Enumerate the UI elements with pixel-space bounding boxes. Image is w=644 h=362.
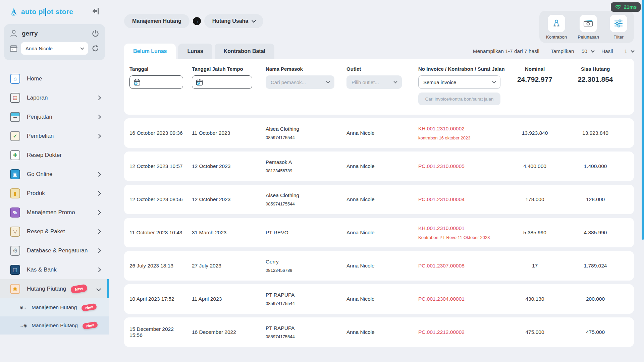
invoice-link[interactable]: PC.001.2212.00002 — [418, 329, 509, 335]
cell-tanggal: 12 October 2023 08:56 — [124, 196, 190, 202]
breadcrumb-hutang-usaha-dropdown[interactable]: Hutang Usaha — [204, 14, 264, 28]
app-logo: auto piot store — [9, 7, 73, 16]
sidebar-item[interactable]: Manajemen Promo — [0, 203, 109, 222]
logo-text: auto piot store — [21, 8, 73, 16]
sidebar-item[interactable]: Produk — [0, 184, 109, 203]
calendar-clock-icon — [196, 78, 203, 86]
sidebar-item[interactable]: Laporan — [0, 88, 109, 107]
cell-pemasok: Alsea Clothing 085974175544 — [264, 192, 344, 206]
sidebar-item[interactable]: Go Online — [0, 165, 109, 184]
logo-bar — [45, 8, 46, 16]
report-icon — [10, 93, 20, 103]
cell-jatuh-tempo: 11 October 2023 — [190, 130, 264, 136]
sidebar-item[interactable]: Penjualan — [0, 107, 109, 126]
cell-outlet: Anna Nicole — [344, 130, 416, 136]
collapse-sidebar-button[interactable] — [90, 7, 100, 17]
outlet-select[interactable]: Pilih outlet... — [346, 75, 402, 89]
chevron-icon — [96, 286, 101, 291]
sidebar-item[interactable]: Database & Pengaturan — [0, 241, 109, 260]
refresh-icon — [91, 44, 100, 53]
cell-invoice: PC.001.2310.00005 — [416, 163, 513, 169]
sidebar: auto piot store gerry — [0, 0, 109, 362]
tab-kontrabon-batal[interactable]: Kontrabon Batal — [215, 44, 274, 59]
store-select-value: Anna Nicole — [25, 46, 53, 51]
cash-register-icon — [10, 112, 20, 122]
sidebar-item[interactable]: Hutang Piutang New — [0, 279, 109, 298]
power-icon — [91, 29, 100, 38]
page-size-select[interactable]: 50 — [582, 48, 594, 54]
invoice-type-select[interactable]: Semua invoice — [418, 75, 500, 89]
pelunasan-button[interactable]: Pelunasan — [578, 15, 599, 40]
filter-invoice: No Invoice / Kontrabon / Surat Jalan Sem… — [416, 66, 513, 105]
cell-tanggal: 16 October 2023 09:36 — [124, 130, 190, 136]
cell-tanggal: 26 July 2023 18:13 — [124, 263, 190, 269]
cell-sisa-hutang: 13.923.840 — [558, 130, 634, 136]
filter-nominal: Nominal 24.792.977 — [513, 66, 558, 105]
invoice-link[interactable]: PC.001.2307.00008 — [418, 263, 509, 269]
table-row[interactable]: 10 April 2023 17:52 11 April 2023 PT RAP… — [124, 284, 634, 314]
cell-outlet: Anna Nicole — [344, 230, 416, 236]
house-icon — [10, 74, 20, 84]
prescription-icon — [10, 150, 20, 160]
invoice-search-input[interactable]: Cari invoice/kontra bon/surat jalan — [418, 93, 500, 105]
invoice-link[interactable]: PC.001.2310.00005 — [418, 163, 509, 169]
main-content: Manajemen Hutang → Hutang Usaha Kontrabo… — [109, 0, 644, 362]
pemasok-name: Alsea Clothing — [266, 126, 341, 132]
cell-sisa-hutang: 475.000 — [558, 329, 634, 335]
sidebar-item[interactable]: Home — [0, 69, 109, 88]
purchase-note-icon — [10, 131, 20, 141]
promo-tag-icon — [10, 207, 20, 218]
sidebar-item-label: Home — [27, 75, 42, 82]
sidebar-item-label: Kas & Bank — [27, 266, 57, 273]
sidebar-item-label: Database & Pengaturan — [27, 247, 88, 254]
filter-sisa-hutang: Sisa Hutang 22.301.854 — [558, 66, 634, 105]
invoice-link[interactable]: KH.001.2310.00001 — [418, 225, 509, 231]
invoice-link[interactable]: PC.001.2304.00001 — [418, 296, 509, 302]
filter-tanggal: Tanggal — [124, 66, 190, 105]
invoice-link[interactable]: KH.001.2310.00002 — [418, 126, 509, 132]
chevron-down-icon — [393, 79, 397, 83]
pemasok-name: Alsea Clothing — [266, 192, 341, 198]
sidebar-item-label: Laporan — [27, 95, 48, 101]
breadcrumb-arrow-icon: → — [193, 17, 201, 25]
table-row[interactable]: 16 October 2023 09:36 11 October 2023 Al… — [124, 118, 634, 148]
sidebar-item[interactable]: Resep & Paket — [0, 222, 109, 241]
table-row[interactable]: 12 October 2023 10:57 12 October 2023 Pe… — [124, 152, 634, 181]
logout-button[interactable] — [91, 29, 100, 38]
tab-lunas[interactable]: Lunas — [178, 44, 212, 59]
chevron-down-icon — [492, 79, 496, 83]
sidebar-item[interactable]: Resep Dokter — [0, 145, 109, 165]
cell-invoice: KH.001.2310.00001 Kontrabon PT Revo 11 O… — [416, 225, 513, 240]
table-row[interactable]: 15 December 2022 15:56 16 December 2022 … — [124, 317, 634, 347]
sidebar-item[interactable]: Kas & Bank — [0, 260, 109, 279]
refresh-button[interactable] — [91, 44, 100, 53]
table-row[interactable]: 26 July 2023 18:13 27 July 2023 Gerry 08… — [124, 251, 634, 281]
pemasok-phone: 085974175544 — [266, 201, 341, 206]
kontrabon-button[interactable]: Kontrabon — [546, 15, 567, 40]
sidebar-item[interactable]: Pembelian — [0, 126, 109, 145]
scrollbar-thumb[interactable] — [642, 0, 644, 240]
cash-icon — [583, 19, 594, 27]
pemasok-select[interactable]: Cari pemasok... — [266, 75, 334, 89]
filter-button[interactable]: Filter — [610, 15, 627, 40]
tanggal-date-input[interactable] — [129, 75, 183, 89]
cell-pemasok: Alsea Clothing 085974175544 — [264, 126, 344, 140]
sisa-hutang-total: 22.301.854 — [560, 75, 631, 83]
store-select[interactable]: Anna Nicole — [21, 42, 88, 55]
cell-sisa-hutang: 1.789.024 — [558, 263, 634, 269]
table-row[interactable]: 11 October 2023 10:43 31 March 2023 PT R… — [124, 218, 634, 247]
jatuh-tempo-date-input[interactable] — [192, 75, 252, 89]
cell-sisa-hutang: 128.000 — [558, 196, 634, 202]
pagination: Menampilkan 1-7 dari 7 hasil Tampilkan 5… — [473, 48, 634, 54]
invoice-link[interactable]: PC.001.2310.00004 — [418, 196, 509, 202]
cell-jatuh-tempo: 27 July 2023 — [190, 263, 264, 269]
sidebar-subitem[interactable]: Manajemen Hutang New — [0, 298, 109, 316]
person-icon — [9, 29, 18, 38]
page-select[interactable]: 1 — [624, 48, 634, 54]
tab-belum-lunas[interactable]: Belum Lunas — [124, 44, 176, 59]
table-row[interactable]: 12 October 2023 08:56 12 October 2023 Al… — [124, 185, 634, 214]
breadcrumb-manajemen-hutang[interactable]: Manajemen Hutang — [124, 14, 190, 28]
sidebar-subitem[interactable]: Manajemen Piutang New — [0, 316, 109, 335]
chevron-icon — [96, 229, 101, 234]
cell-sisa-hutang: 4.385.990 — [558, 230, 634, 236]
